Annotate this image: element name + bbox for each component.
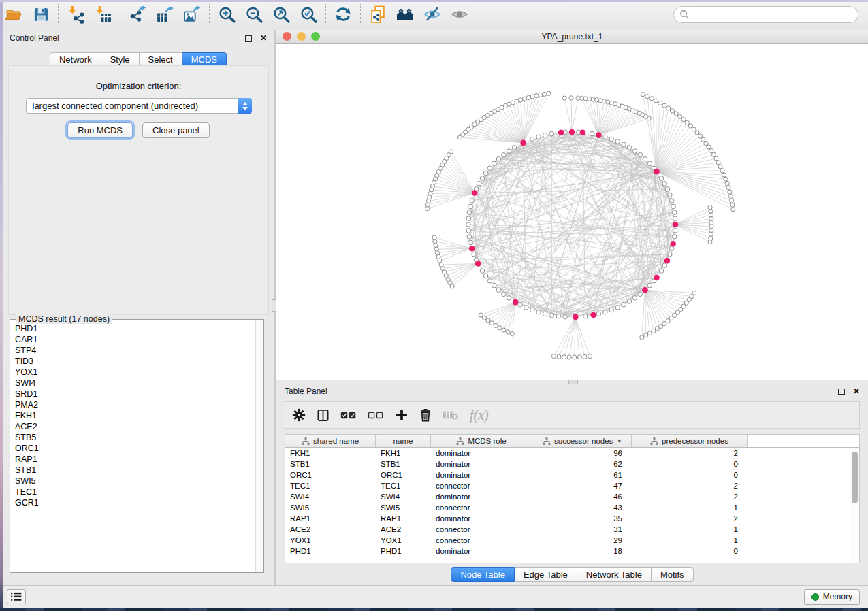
ring-node[interactable] <box>467 210 472 215</box>
ring-node[interactable] <box>647 283 652 288</box>
mcds-result-item[interactable]: ACE2 <box>15 421 255 432</box>
leaf-node[interactable] <box>502 328 506 332</box>
table-row[interactable]: ORC1ORC1dominator610 <box>285 469 850 480</box>
ring-node[interactable] <box>472 252 477 257</box>
ring-node[interactable] <box>468 204 473 209</box>
horizontal-splitter-grip[interactable] <box>568 380 578 384</box>
memory-button[interactable]: Memory <box>804 589 860 605</box>
mcds-hub-node[interactable] <box>573 314 579 320</box>
leaf-node[interactable] <box>573 355 577 359</box>
ring-node[interactable] <box>615 306 620 310</box>
ring-node[interactable] <box>659 269 664 274</box>
mcds-result-item[interactable]: ORC1 <box>15 443 255 454</box>
network-canvas[interactable] <box>276 44 868 379</box>
column-header-shared-name[interactable]: shared name <box>285 435 376 447</box>
ring-node[interactable] <box>543 133 547 137</box>
column-header-MCDS-role[interactable]: MCDS role <box>431 435 532 447</box>
leaf-node[interactable] <box>641 93 645 97</box>
ring-node[interactable] <box>518 303 523 308</box>
leaf-node[interactable] <box>692 291 696 295</box>
ring-node[interactable] <box>483 274 488 278</box>
leaf-node[interactable] <box>645 95 649 99</box>
ring-node[interactable] <box>549 313 554 318</box>
leaf-node[interactable] <box>569 96 573 100</box>
ring-node[interactable] <box>467 235 472 240</box>
ring-node[interactable] <box>668 193 673 197</box>
duplicate-network-button[interactable] <box>364 3 391 26</box>
leaf-node[interactable] <box>434 247 438 251</box>
delete-column-button[interactable] <box>419 408 432 422</box>
ring-node[interactable] <box>507 296 511 301</box>
first-neighbors-button[interactable] <box>391 3 419 26</box>
ring-node[interactable] <box>563 314 568 319</box>
show-all-button[interactable] <box>446 3 473 26</box>
ring-node[interactable] <box>590 131 594 136</box>
leaf-node[interactable] <box>433 240 437 244</box>
mcds-hub-node[interactable] <box>673 222 679 228</box>
leaf-node[interactable] <box>658 101 662 105</box>
ring-node[interactable] <box>627 146 632 150</box>
close-panel-icon[interactable]: ✕ <box>260 35 267 42</box>
mcds-result-item[interactable]: STB1 <box>15 465 255 476</box>
ring-node[interactable] <box>609 308 614 312</box>
leaf-node[interactable] <box>551 354 556 359</box>
search-box[interactable] <box>673 6 858 23</box>
zoom-selected-button[interactable] <box>295 3 322 26</box>
mcds-result-item[interactable]: STP4 <box>15 345 255 356</box>
leaf-node[interactable] <box>640 335 644 340</box>
ring-node[interactable] <box>530 308 535 312</box>
table-row[interactable]: RAP1RAP1dominator352 <box>285 513 850 524</box>
open-file-button[interactable] <box>0 3 27 26</box>
leaf-node[interactable] <box>695 131 699 135</box>
leaf-node[interactable] <box>649 97 654 101</box>
ring-node[interactable] <box>583 314 588 319</box>
run-mcds-button[interactable]: Run MCDS <box>67 122 133 138</box>
leaf-node[interactable] <box>728 194 733 198</box>
export-table-button[interactable] <box>151 3 178 26</box>
leaf-node[interactable] <box>506 330 510 334</box>
leaf-node[interactable] <box>557 354 561 359</box>
leaf-node[interactable] <box>647 331 652 335</box>
ring-node[interactable] <box>603 135 608 139</box>
leaf-node[interactable] <box>720 169 724 173</box>
import-table-button[interactable] <box>89 3 116 26</box>
criterion-select[interactable]: largest connected component (undirected) <box>26 98 252 114</box>
leaf-node[interactable] <box>698 134 702 138</box>
ring-node[interactable] <box>487 279 492 284</box>
ring-node[interactable] <box>524 306 529 310</box>
mcds-result-item[interactable]: TEC1 <box>15 486 255 497</box>
ring-node[interactable] <box>632 296 637 301</box>
leaf-node[interactable] <box>498 326 502 330</box>
mcds-hub-node[interactable] <box>670 241 676 247</box>
leaf-node[interactable] <box>714 156 718 161</box>
save-session-button[interactable] <box>27 3 54 26</box>
ring-node[interactable] <box>530 137 535 142</box>
ring-node[interactable] <box>638 152 643 157</box>
table-settings-button[interactable] <box>292 408 306 422</box>
table-row[interactable]: YOX1YOX1connector291 <box>285 535 850 546</box>
mcds-hub-node[interactable] <box>590 312 596 318</box>
leaf-node[interactable] <box>567 355 571 359</box>
mcds-result-item[interactable]: FKH1 <box>15 410 255 421</box>
mcds-hub-node[interactable] <box>654 275 660 281</box>
ring-node[interactable] <box>638 292 643 297</box>
ring-node[interactable] <box>543 312 547 316</box>
leaf-node[interactable] <box>577 355 581 359</box>
ring-node[interactable] <box>603 310 608 315</box>
ring-node[interactable] <box>512 146 517 150</box>
network-graph[interactable] <box>276 44 868 379</box>
column-header-name[interactable]: name <box>376 435 431 447</box>
ring-node[interactable] <box>647 161 652 166</box>
tab-node-table[interactable]: Node Table <box>451 567 515 582</box>
leaf-node[interactable] <box>711 152 716 156</box>
close-panel-button[interactable]: Close panel <box>142 122 210 138</box>
ring-node[interactable] <box>671 204 676 209</box>
mcds-result-item[interactable]: RAP1 <box>15 454 255 465</box>
ring-node[interactable] <box>665 187 670 192</box>
export-image-button[interactable] <box>178 3 206 26</box>
mcds-hub-node[interactable] <box>569 129 575 135</box>
leaf-node[interactable] <box>709 149 713 153</box>
ring-node[interactable] <box>466 216 471 221</box>
mcds-result-item[interactable]: PHD1 <box>15 323 255 334</box>
leaf-node[interactable] <box>432 235 436 240</box>
